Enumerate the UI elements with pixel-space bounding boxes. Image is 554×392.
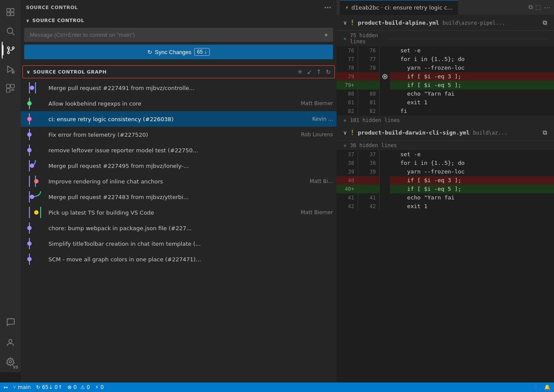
- line-gutter: [380, 176, 390, 185]
- svg-point-26: [27, 132, 32, 137]
- commit-input-wrapper: ✦: [24, 28, 333, 42]
- graph-track: [22, 207, 48, 218]
- chat-icon[interactable]: [2, 313, 19, 331]
- line-num-old: 40+: [336, 185, 358, 193]
- source-control-section: ∨ SOURCE CONTROL ✦ ↻ Sync Changes 65 ↓: [21, 15, 336, 65]
- line-num-new: 37: [358, 150, 380, 159]
- line-num-new: [358, 72, 380, 81]
- search-icon[interactable]: [2, 22, 19, 40]
- editor-content[interactable]: ∨ ! product-build-alpine.yml build\azure…: [336, 15, 554, 382]
- graph-track: [22, 160, 48, 171]
- source-control-icon[interactable]: [2, 42, 19, 59]
- line-gutter: [380, 90, 390, 98]
- editor-tab[interactable]: ⚡ d1eab2bc · ci: ensure retry logic c...: [340, 0, 458, 15]
- graph-line-svg: [22, 222, 48, 234]
- graph-refresh-icon[interactable]: ↻: [326, 68, 331, 75]
- svg-rect-15: [6, 89, 10, 92]
- graph-commit-item[interactable]: Merge pull request #227495 from mjbvz/lo…: [21, 158, 336, 174]
- commit-author: Matt Bierner: [301, 100, 333, 106]
- file-collapse-icon[interactable]: ∨: [343, 19, 347, 26]
- graph-chevron[interactable]: ∨: [26, 69, 30, 75]
- remote-status[interactable]: ⚡ 0: [95, 384, 104, 390]
- branch-fetch-icon[interactable]: ✳: [298, 68, 303, 75]
- sidebar-header-actions: ⋯: [324, 3, 332, 12]
- graph-commit-item[interactable]: Fix error from telemetry (#227520) Rob L…: [21, 127, 336, 142]
- graph-line-svg: [22, 145, 48, 156]
- graph-commit-item[interactable]: Improve rendering of inline chat anchors…: [21, 174, 336, 189]
- branch-name: main: [18, 384, 31, 390]
- svg-point-12: [12, 71, 14, 74]
- account-icon[interactable]: [2, 334, 19, 351]
- sync-icon: ↻: [147, 49, 152, 55]
- branch-status[interactable]: ⑂ main: [13, 384, 31, 390]
- graph-commit-item[interactable]: SCM - move all graph colors in one place…: [21, 251, 336, 267]
- branch-pull-icon[interactable]: ↙: [307, 68, 312, 75]
- graph-commit-item[interactable]: remove leftover issue reporter model tes…: [21, 142, 336, 158]
- tab-split-icon[interactable]: ⧉: [528, 3, 533, 12]
- code-line-deleted-2: 40 if [ $i -eq 3 ];: [336, 176, 554, 185]
- svg-rect-13: [6, 84, 10, 88]
- file-collapse-icon-2[interactable]: ∨: [343, 129, 347, 136]
- tab-more-icon[interactable]: ⋯: [544, 3, 551, 12]
- hidden-lines-count-3: 36 hidden lines: [350, 142, 397, 148]
- code-content: if [ $i -eq 3 ];: [390, 72, 554, 81]
- hidden-lines-count-2: 101 hidden lines: [350, 117, 400, 123]
- line-num-new: [358, 81, 380, 90]
- graph-header-icons: ✳ ↙ ↑ ↻: [298, 68, 331, 75]
- commit-message-input[interactable]: [24, 28, 333, 42]
- graph-commit-item[interactable]: Merge pull request #227491 from mjbvz/co…: [21, 80, 336, 96]
- code-line: 42 42 exit 1: [336, 202, 554, 211]
- line-gutter: [380, 159, 390, 167]
- extensions-icon[interactable]: [2, 80, 19, 97]
- tab-layout-icon[interactable]: ⬚: [535, 3, 541, 12]
- expand-icon-3[interactable]: ✳: [343, 142, 346, 148]
- editor-area: ⚡ d1eab2bc · ci: ensure retry logic c...…: [336, 0, 554, 382]
- accounts-icon-status[interactable]: 👤: [532, 384, 539, 390]
- errors-status[interactable]: ⊗ 0 ⚠ 0: [67, 384, 90, 390]
- code-content: set -e: [390, 150, 554, 159]
- run-debug-icon[interactable]: [2, 61, 19, 78]
- graph-commit-item[interactable]: Merge pull request #227483 from mjbvz/yt…: [21, 189, 336, 205]
- more-options-icon[interactable]: ⋯: [324, 3, 332, 12]
- graph-line-svg: [22, 254, 48, 265]
- sync-status[interactable]: ↻ 65↓ 0↑: [36, 384, 62, 390]
- line-num-new: 77: [358, 55, 380, 64]
- graph-track: [22, 145, 48, 156]
- remote-icon-status[interactable]: ↔: [3, 384, 8, 390]
- file-copy-icon[interactable]: ⧉: [543, 19, 547, 26]
- code-content: if [ $i -eq 3 ];: [390, 176, 554, 185]
- code-line-added: 79+ if [ $i -eq 5 ];: [336, 81, 554, 90]
- graph-commit-item[interactable]: Simplify titleToolbar creation in chat i…: [21, 236, 336, 251]
- graph-track: [22, 176, 48, 187]
- sync-changes-button[interactable]: ↻ Sync Changes 65 ↓: [24, 45, 333, 59]
- line-gutter: [380, 64, 390, 72]
- file-name-1: product-build-alpine.yml: [358, 19, 439, 26]
- expand-icon-2[interactable]: ✳: [343, 117, 346, 123]
- line-num-old: 82: [336, 107, 358, 116]
- graph-commit-item[interactable]: Pick up latest TS for building VS Code M…: [21, 205, 336, 220]
- commit-message: ci: ensure retry logic consistency (#226…: [48, 116, 310, 122]
- source-control-section-title[interactable]: ∨ SOURCE CONTROL: [24, 15, 333, 26]
- line-gutter: [380, 193, 390, 202]
- line-num-new: 82: [358, 107, 380, 116]
- file-copy-icon-2[interactable]: ⧉: [543, 129, 547, 136]
- line-num-old: 76: [336, 46, 358, 55]
- svg-rect-1: [11, 9, 14, 12]
- code-line: 76 76 set -e: [336, 46, 554, 55]
- explorer-icon[interactable]: [2, 3, 19, 21]
- graph-commit-item[interactable]: Allow lookbehind regexps in core Matt Bi…: [21, 96, 336, 111]
- graph-commit-item[interactable]: chore: bump webpack in package.json file…: [21, 220, 336, 236]
- line-num-new: 41: [358, 193, 380, 202]
- graph-track: [22, 191, 48, 202]
- status-bar: ↔ ⑂ main ↻ 65↓ 0↑ ⊗ 0 ⚠ 0 ⚡ 0 👤 🔔: [0, 382, 554, 392]
- expand-icon[interactable]: ✳: [343, 35, 346, 42]
- line-num-new: 80: [358, 90, 380, 98]
- settings-icon[interactable]: VS: [2, 353, 19, 370]
- notifications-icon-status[interactable]: 🔔: [544, 384, 551, 390]
- branch-push-icon[interactable]: ↑: [317, 68, 322, 75]
- warning-icon: !: [350, 19, 355, 27]
- line-num-old: 38: [336, 159, 358, 167]
- code-content: exit 1: [390, 98, 554, 107]
- graph-commit-item-selected[interactable]: ci: ensure retry logic consistency (#226…: [21, 111, 336, 127]
- svg-point-40: [27, 226, 32, 230]
